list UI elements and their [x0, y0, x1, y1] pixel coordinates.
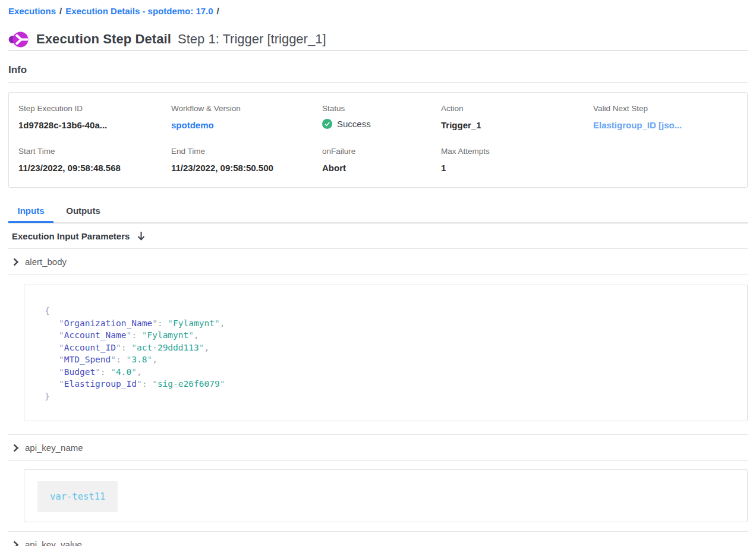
json-entry-line: "Budget": "4.0",: [45, 366, 735, 378]
next-step-link[interactable]: Elastigroup_ID [jso...: [593, 119, 738, 131]
json-entry-line: "MTD_Spend": "3.8",: [45, 354, 735, 366]
field-value: Abort: [322, 162, 441, 174]
info-cell-workflow-version: Workflow & Version spotdemo: [171, 103, 322, 131]
field-label: End Time: [171, 146, 322, 157]
field-label: Valid Next Step: [593, 103, 738, 114]
breadcrumb-link-execution-details[interactable]: Execution Details - spotdemo: 17.0: [65, 6, 213, 16]
chevron-right-icon: [12, 258, 19, 266]
json-entry-line: "Account_Name": "Fylamynt",: [45, 329, 735, 342]
param-row-api-key-value[interactable]: api_key_value: [8, 532, 748, 546]
tab-bar: Inputs Outputs: [8, 203, 748, 223]
divider: [8, 274, 748, 275]
field-value: 11/23/2022, 09:58:50.500: [171, 162, 322, 174]
tab-outputs[interactable]: Outputs: [61, 203, 106, 222]
page-subtitle: Step 1: Trigger [trigger_1]: [178, 31, 326, 47]
info-cell-start-time: Start Time 11/23/2022, 09:58:48.568: [18, 146, 171, 174]
divider: [8, 83, 748, 83]
fylamynt-logo-icon: [8, 30, 29, 49]
field-label: Workflow & Version: [171, 103, 322, 114]
field-label: Action: [441, 103, 593, 114]
param-name: api_key_value: [25, 539, 82, 546]
field-label: Start Time: [18, 146, 171, 157]
arrow-down-icon[interactable]: [137, 231, 146, 241]
info-card: Step Execution ID 1d97828c-13b6-40a... W…: [8, 92, 748, 188]
field-value: Trigger_1: [441, 119, 593, 131]
param-row-api-key-name[interactable]: api_key_name: [8, 435, 748, 460]
breadcrumb-separator: /: [217, 6, 219, 16]
field-label: Step Execution ID: [18, 103, 171, 114]
field-label: onFailure: [322, 146, 441, 157]
param-name: alert_body: [25, 257, 67, 267]
info-cell-valid-next-step: Valid Next Step Elastigroup_ID [jso...: [593, 103, 738, 131]
info-heading: Info: [8, 64, 748, 76]
param-name: api_key_name: [25, 443, 83, 453]
divider: [8, 460, 748, 461]
json-entry-line: "Account_ID": "act-29ddd113",: [45, 342, 735, 354]
field-value: 1d97828c-13b6-40a...: [18, 119, 171, 131]
info-cell-status: Status Success: [322, 103, 441, 131]
success-check-icon: [322, 119, 332, 129]
status-text: Success: [337, 119, 371, 129]
chevron-right-icon: [12, 444, 19, 452]
breadcrumb-separator: /: [59, 6, 62, 16]
json-entries: "Organization_Name": "Fylamynt", "Accoun…: [45, 317, 735, 390]
field-label: Max Attempts: [441, 146, 593, 157]
breadcrumb-link-executions[interactable]: Executions: [8, 6, 56, 16]
field-value: 11/23/2022, 09:58:48.568: [18, 162, 171, 174]
json-entry-line: "Organization_Name": "Fylamynt",: [45, 317, 735, 330]
json-entry-line: "Elastigroup_Id": "sig-e26f6079": [45, 378, 735, 390]
params-header-label: Execution Input Parameters: [12, 231, 130, 241]
alert-body-json-viewer: { "Organization_Name": "Fylamynt", "Acco…: [24, 285, 748, 421]
info-cell-empty: [593, 146, 738, 174]
divider: [8, 50, 748, 51]
api-key-name-value-box: var-test11: [24, 469, 748, 522]
info-cell-max-attempts: Max Attempts 1: [441, 146, 593, 174]
api-key-name-chip: var-test11: [37, 481, 118, 512]
info-cell-action: Action Trigger_1: [441, 103, 593, 131]
tab-inputs[interactable]: Inputs: [8, 203, 53, 222]
field-label: Status: [322, 103, 441, 114]
chevron-right-icon: [12, 541, 19, 546]
json-open-brace: {: [45, 305, 735, 317]
info-cell-onfailure: onFailure Abort: [322, 146, 441, 174]
param-row-alert-body[interactable]: alert_body: [8, 249, 748, 274]
field-value: 1: [441, 162, 593, 174]
execution-step-detail-page: Executions/Execution Details - spotdemo:…: [0, 0, 756, 546]
status-badge: Success: [322, 119, 441, 129]
info-cell-step-execution-id: Step Execution ID 1d97828c-13b6-40a...: [18, 103, 171, 131]
page-title: Execution Step Detail: [36, 31, 171, 47]
workflow-link[interactable]: spotdemo: [171, 119, 322, 131]
execution-input-parameters-header: Execution Input Parameters: [8, 223, 748, 248]
breadcrumb: Executions/Execution Details - spotdemo:…: [8, 0, 748, 17]
info-cell-end-time: End Time 11/23/2022, 09:58:50.500: [171, 146, 322, 174]
page-header: Execution Step Detail Step 1: Trigger [t…: [8, 29, 748, 50]
json-close-brace: }: [45, 390, 735, 403]
